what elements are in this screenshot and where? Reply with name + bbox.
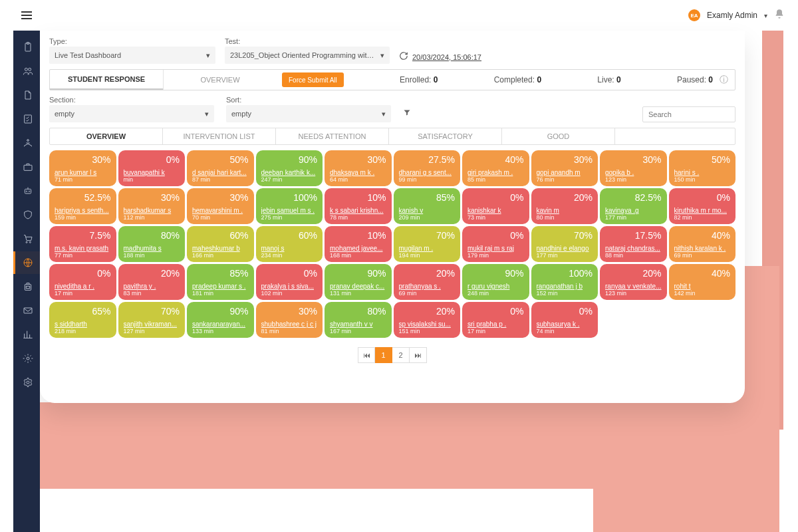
student-card[interactable]: 20%ranyaa v venkate...123 min (600, 264, 667, 300)
student-card[interactable]: 50%d sanjai hari kart...87 min (187, 150, 254, 186)
filter-icon[interactable] (403, 108, 411, 122)
sidebar-item-file[interactable] (13, 84, 40, 106)
student-card[interactable]: 7.5%m.s. kavin prasath77 min (49, 226, 116, 262)
student-card[interactable]: 30%harshadkumar s112 min (118, 188, 186, 224)
tab-overview[interactable]: OVERVIEW (164, 70, 277, 90)
student-card[interactable]: 30%hemavarshini m .70 min (187, 188, 254, 224)
student-card[interactable]: 100%jebin samuel m s .275 min (256, 188, 323, 224)
student-card[interactable]: 90%deeban karthik k...247 min (256, 150, 323, 186)
student-card[interactable]: 20%prathanyaa s .69 min (394, 264, 461, 300)
student-card[interactable]: 10%k s sabari krishn...78 min (325, 188, 392, 224)
student-card[interactable]: 30%arun kumar l s71 min (49, 150, 116, 186)
student-card[interactable]: 20%pavithra y .83 min (118, 264, 186, 300)
student-name: m.s. kavin prasath (55, 245, 111, 252)
student-card[interactable]: 70%nandhini e elango177 min (531, 226, 598, 262)
user-avatar[interactable]: EA (688, 9, 700, 21)
info-icon[interactable]: ⓘ (720, 74, 728, 86)
menu-toggle-icon[interactable] (21, 11, 32, 19)
type-select[interactable]: Live Test Dashboard ▾ (49, 47, 215, 64)
student-card[interactable]: 60%maheshkumar b166 min (187, 226, 254, 262)
sidebar-item-checklist[interactable] (13, 108, 40, 130)
subtab-needs-attention[interactable]: NEEDS ATTENTION (276, 128, 389, 144)
student-card[interactable]: 52.5%haripriya s senth...159 min (49, 188, 116, 224)
student-card[interactable]: 30%gopi anandh m76 min (531, 150, 598, 186)
student-percent: 60% (192, 230, 249, 241)
student-card[interactable]: 50%harini s .150 min (669, 150, 736, 186)
sidebar-item-cart[interactable] (13, 227, 40, 250)
pager-first[interactable]: ⏮ (358, 347, 375, 363)
student-card[interactable]: 30%dhaksaya m k .64 min (325, 150, 392, 186)
type-label: Type: (49, 37, 215, 45)
student-name: kanishkar k (467, 207, 524, 214)
tab-student-response[interactable]: STUDENT RESPONSE (50, 70, 163, 90)
student-name: madhumita s (124, 245, 180, 252)
subtab-overview[interactable]: OVERVIEW (50, 128, 163, 144)
sidebar-item-id-bag[interactable] (13, 275, 40, 298)
student-card[interactable]: 40%rohit t142 min (669, 264, 736, 300)
student-card[interactable]: 60%manoj s234 min (256, 226, 323, 262)
sidebar-item-briefcase[interactable] (13, 156, 40, 178)
student-card[interactable]: 90%sankaranarayan...133 min (187, 302, 254, 338)
sort-select[interactable]: empty ▾ (226, 105, 391, 122)
subtab-good[interactable]: GOOD (502, 128, 615, 144)
subtab-intervention-list[interactable]: INTERVENTION LIST (163, 128, 276, 144)
subtab-satisfactory[interactable]: SATISFACTORY (389, 128, 502, 144)
student-card[interactable]: 10%mohamed javee...168 min (325, 226, 392, 262)
chevron-down-icon[interactable]: ▾ (764, 12, 767, 19)
sidebar-item-settings[interactable] (13, 371, 40, 394)
student-card[interactable]: 20%sp visalakshi su...151 min (394, 302, 461, 338)
student-card[interactable]: 40%nithish karalan k .69 min (669, 226, 736, 262)
student-card[interactable]: 100%ranganathan j b152 min (531, 264, 598, 300)
refresh-icon[interactable] (399, 51, 408, 63)
sidebar-item-globe[interactable] (13, 251, 40, 274)
sidebar-item-chart[interactable] (13, 323, 40, 346)
pager-page-2[interactable]: 2 (392, 347, 410, 363)
student-time: 85 min (467, 176, 524, 183)
pager-page-1[interactable]: 1 (375, 347, 392, 363)
student-card[interactable]: 70%sanjith vikraman...127 min (118, 302, 186, 338)
student-time: 177 min (605, 214, 662, 221)
sidebar-item-shield[interactable] (13, 203, 40, 226)
student-card[interactable]: 0%prakalya j s siva...102 min (256, 264, 323, 300)
student-card[interactable]: 90%pranav deepak c...131 min (325, 264, 392, 300)
student-card[interactable]: 85%pradeep kumar s .181 min (187, 264, 254, 300)
student-card[interactable]: 20%kavin m80 min (531, 188, 598, 224)
student-card[interactable]: 0%niveditha a r .17 min (49, 264, 116, 300)
force-submit-button[interactable]: Force Submit All (282, 72, 344, 87)
student-card[interactable]: 17.5%nataraj chandras...88 min (600, 226, 667, 262)
student-time: 80 min (537, 214, 593, 221)
student-card[interactable]: 27.5%dharani g s sent...99 min (394, 150, 461, 186)
student-percent: 50% (674, 154, 731, 165)
student-card[interactable]: 0%mukil raj m s raj179 min (462, 226, 529, 262)
student-card[interactable]: 70%mugilan m .194 min (394, 226, 461, 262)
student-card[interactable]: 0%subhasurya k .74 min (531, 302, 598, 338)
sidebar-item-clipboard[interactable] (13, 36, 40, 59)
student-time: 194 min (399, 252, 456, 259)
last-refresh-time[interactable]: 20/03/2024, 15:06:17 (412, 53, 481, 61)
student-card[interactable]: 0%sri prabha p .17 min (462, 302, 529, 338)
student-card[interactable]: 0%kiruthika m r mo...82 min (669, 188, 736, 224)
test-select[interactable]: 23L205_Object Oriented Programming with … (225, 47, 390, 64)
student-card[interactable]: 0%buvanapathi kmin (118, 150, 186, 186)
sidebar-item-reading[interactable] (13, 132, 40, 154)
student-time: 188 min (124, 252, 180, 259)
sidebar-item-mail[interactable] (13, 299, 40, 322)
sidebar-item-gear[interactable] (13, 347, 40, 370)
sidebar-item-robot[interactable] (13, 180, 40, 202)
sidebar-item-users[interactable] (13, 60, 40, 82)
pager-last[interactable]: ⏭ (410, 347, 427, 363)
section-select[interactable]: empty ▾ (49, 105, 214, 122)
student-card[interactable]: 65%s siddharth218 min (49, 302, 116, 338)
student-card[interactable]: 30%gopika b .123 min (600, 150, 667, 186)
search-input[interactable] (642, 106, 735, 122)
student-card[interactable]: 30%shubhashree c j c j81 min (256, 302, 323, 338)
student-card[interactable]: 0%kanishkar k73 min (462, 188, 529, 224)
student-card[interactable]: 85%kanish v209 min (394, 188, 461, 224)
notification-bell-icon[interactable] (774, 9, 785, 22)
student-name: mukil raj m s raj (467, 245, 524, 252)
student-card[interactable]: 80%madhumita s188 min (118, 226, 186, 262)
student-card[interactable]: 82.5%kavinaya .g177 min (600, 188, 667, 224)
student-card[interactable]: 80%shyamanth v v167 min (325, 302, 392, 338)
student-card[interactable]: 40%giri prakash m .85 min (462, 150, 529, 186)
student-card[interactable]: 90%r guru vignesh248 min (462, 264, 529, 300)
